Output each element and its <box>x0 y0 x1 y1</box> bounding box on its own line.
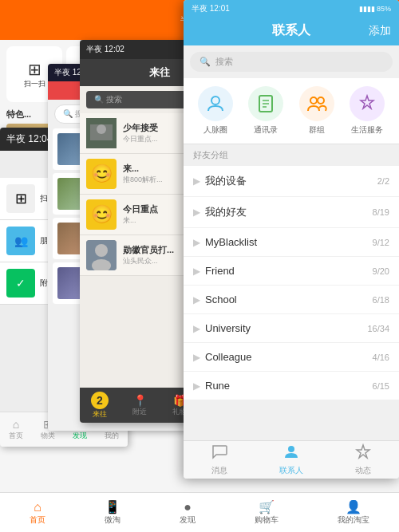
group-arrow-1: ▶ <box>193 175 200 187</box>
group-arrow-5: ▶ <box>193 294 200 305</box>
contacts-tab-moments[interactable]: 动态 <box>327 441 399 479</box>
chat-avatar-3: 😊 <box>86 199 117 230</box>
contacts-tab-contacts[interactable]: 联系人 <box>255 441 327 479</box>
contacts-icon-people-circle[interactable]: 人脉圈 <box>198 86 233 136</box>
contacts-quick-icons: 人脉圈 通讯录 群组 <box>184 78 399 144</box>
group-rune-left: ▶ Rune <box>193 380 230 392</box>
contacts-tab-messages[interactable]: 消息 <box>184 441 255 479</box>
group-arrow-8: ▶ <box>193 380 200 392</box>
contacts-group-colleague[interactable]: ▶ Colleague 4/16 <box>184 343 399 372</box>
group-arrow-4: ▶ <box>193 266 200 277</box>
group-arrow-7: ▶ <box>193 352 200 363</box>
contacts-icon-phonebook[interactable]: 通讯录 <box>248 86 283 136</box>
contacts-section-header: 好友分组 <box>184 144 399 166</box>
contacts-icon-group[interactable]: 群组 <box>299 86 334 136</box>
chat-tab-nearby[interactable]: 📍 附近 <box>120 388 160 423</box>
contacts-tab-bar[interactable]: 消息 联系人 动态 <box>184 440 399 479</box>
svg-point-11 <box>310 97 317 104</box>
chat-time: 半夜 12:02 <box>86 44 124 55</box>
bg-tab-home[interactable]: ⌂ 首页 <box>30 500 45 526</box>
phonebook-icon <box>248 86 283 121</box>
moments-tab-icon <box>355 443 371 463</box>
chat-avatar-2: 😊 <box>86 159 117 189</box>
svg-point-2 <box>97 124 106 134</box>
chat-avatar-1 <box>86 118 117 148</box>
group-devices-left: ▶ 我的设备 <box>193 174 247 188</box>
contacts-tab-icon <box>283 443 299 463</box>
svg-marker-15 <box>357 445 369 458</box>
group-friend-left: ▶ Friend <box>193 265 235 277</box>
bg-tab-cart[interactable]: 🛒 购物车 <box>255 499 279 526</box>
group-arrow-6: ▶ <box>193 323 200 334</box>
contacts-title: 联系人 <box>272 22 310 39</box>
contacts-icon-life-service[interactable]: 生活服务 <box>350 86 385 136</box>
chat-avatar-4 <box>86 240 117 270</box>
contacts-group-friend[interactable]: ▶ Friend 9/20 <box>184 257 399 286</box>
svg-point-6 <box>211 97 219 104</box>
bg-tab-weitao[interactable]: 📱 微淘 <box>105 499 120 526</box>
svg-point-4 <box>95 244 108 257</box>
signal-icon: ▮▮▮▮ <box>359 5 375 13</box>
group-university-left: ▶ University <box>193 322 251 334</box>
group-school-left: ▶ School <box>193 294 237 305</box>
contacts-search-bar[interactable]: 🔍 搜索 <box>190 52 393 72</box>
life-service-icon <box>350 86 385 121</box>
people-circle-icon <box>198 86 233 121</box>
battery-indicator: 85% <box>377 5 391 13</box>
contacts-group-blacklist[interactable]: ▶ MyBlacklist 9/12 <box>184 228 399 257</box>
wechat-tab-home[interactable]: ⌂ 首页 <box>0 412 32 447</box>
contacts-group-school[interactable]: ▶ School 6/18 <box>184 286 399 314</box>
bg-tab-mine[interactable]: 👤 我的淘宝 <box>338 499 369 526</box>
group-arrow-2: ▶ <box>193 207 200 218</box>
bg-tab-bar[interactable]: ⌂ 首页 📱 微淘 ● 发现 🛒 购物车 👤 我的淘宝 <box>0 492 399 532</box>
contacts-status-bar: 半夜 12:01 ▮▮▮▮ 85% <box>184 0 399 18</box>
chat-tab-laiwang[interactable]: 2 来往 <box>80 388 120 423</box>
contacts-group-friends[interactable]: ▶ 我的好友 8/19 <box>184 197 399 228</box>
group-blacklist-left: ▶ MyBlacklist <box>193 236 257 248</box>
contacts-add-button[interactable]: 添加 <box>369 24 391 38</box>
group-friends-left: ▶ 我的好友 <box>193 205 247 219</box>
wechat-time: 半夜 12:04 <box>6 132 52 146</box>
svg-point-14 <box>288 446 294 452</box>
svg-marker-13 <box>361 96 373 108</box>
chat-title: 来往 <box>149 65 170 80</box>
contacts-group-university[interactable]: ▶ University 16/34 <box>184 314 399 343</box>
search-icon: 🔍 <box>200 57 211 67</box>
bg-tab-discover[interactable]: ● 发现 <box>180 500 196 526</box>
group-arrow-3: ▶ <box>193 237 200 248</box>
group-colleague-left: ▶ Colleague <box>193 351 252 363</box>
svg-point-12 <box>318 97 324 104</box>
contacts-app: 半夜 12:01 ▮▮▮▮ 85% 联系人 添加 🔍 搜索 人脉圈 <box>184 0 399 479</box>
group-icon <box>299 86 334 121</box>
messages-tab-icon <box>211 443 227 463</box>
contacts-time: 半夜 12:01 <box>192 3 230 14</box>
status-icons: ▮▮▮▮ 85% <box>359 5 391 13</box>
contacts-group-devices[interactable]: ▶ 我的设备 2/2 <box>184 166 399 197</box>
contacts-group-rune[interactable]: ▶ Rune 6/15 <box>184 372 399 400</box>
contacts-header: 联系人 添加 <box>184 18 399 45</box>
